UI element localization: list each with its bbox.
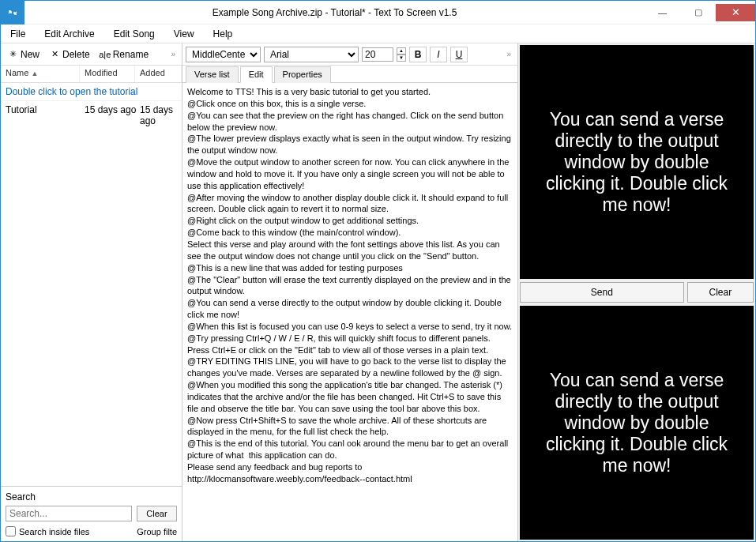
output-pane[interactable]: You can send a verse directly to the out… xyxy=(520,306,754,540)
tab-properties[interactable]: Properties xyxy=(274,66,331,83)
italic-button[interactable]: I xyxy=(430,47,447,62)
right-panel: You can send a verse directly to the out… xyxy=(518,43,755,541)
maximize-button[interactable]: ▢ xyxy=(680,4,716,21)
font-select[interactable]: Arial xyxy=(264,47,359,62)
editor-textarea[interactable] xyxy=(182,83,517,541)
delete-icon: ✕ xyxy=(49,49,60,60)
list-item[interactable]: Tutorial 15 days ago 15 days ago xyxy=(1,101,182,130)
size-up-icon[interactable]: ▲ xyxy=(397,47,406,55)
middle-panel: MiddleCenter Arial ▲▼ B I U » Verse list… xyxy=(182,43,518,541)
search-label: Search xyxy=(6,491,177,502)
delete-button[interactable]: ✕Delete xyxy=(46,47,93,62)
rename-icon: a|e xyxy=(100,49,111,60)
clear-button[interactable]: Clear xyxy=(687,282,754,303)
search-panel: Search Clear Search inside files Group f… xyxy=(1,486,182,541)
search-inside-files-checkbox[interactable]: Search inside files xyxy=(6,526,89,536)
menu-view[interactable]: View xyxy=(171,27,197,41)
header-added[interactable]: Added xyxy=(135,66,182,82)
send-button[interactable]: Send xyxy=(520,282,684,303)
search-clear-button[interactable]: Clear xyxy=(137,506,177,521)
editor-tabs: Verse list Edit Properties xyxy=(182,66,517,83)
rename-button[interactable]: a|eRename xyxy=(96,47,152,62)
left-panel: ✳New ✕Delete a|eRename » Name ▲ Modified… xyxy=(1,43,182,541)
menu-help[interactable]: Help xyxy=(210,27,236,41)
cell-modified: 15 days ago xyxy=(85,104,140,126)
search-input[interactable] xyxy=(6,506,132,521)
song-list[interactable]: Double click to open the tutorial Tutori… xyxy=(1,83,182,486)
list-header: Name ▲ Modified Added xyxy=(1,66,182,83)
tab-edit[interactable]: Edit xyxy=(240,66,273,83)
format-toolbar: MiddleCenter Arial ▲▼ B I U » xyxy=(182,43,517,66)
group-filter-link[interactable]: Group filte xyxy=(137,527,177,536)
sort-asc-icon: ▲ xyxy=(31,70,38,77)
bold-button[interactable]: B xyxy=(409,47,427,62)
menu-edit-archive[interactable]: Edit Archive xyxy=(41,27,97,41)
close-button[interactable]: ✕ xyxy=(716,4,755,21)
font-size-input[interactable] xyxy=(362,47,393,62)
alignment-select[interactable]: MiddleCenter xyxy=(186,47,261,62)
preview-pane[interactable]: You can send a verse directly to the out… xyxy=(520,45,754,279)
window-title: Example Song Archive.zip - Tutorial* - T… xyxy=(24,7,645,18)
underline-button[interactable]: U xyxy=(450,47,468,62)
toolbar-overflow-icon[interactable]: » xyxy=(167,50,179,58)
header-name[interactable]: Name ▲ xyxy=(1,66,80,82)
tab-verse-list[interactable]: Verse list xyxy=(186,66,239,83)
cell-added: 15 days ago xyxy=(140,104,177,126)
format-overflow-icon[interactable]: » xyxy=(503,50,514,58)
size-down-icon[interactable]: ▼ xyxy=(397,55,406,62)
menu-file[interactable]: File xyxy=(7,27,28,41)
app-icon xyxy=(1,1,24,24)
header-modified[interactable]: Modified xyxy=(80,66,135,82)
new-button[interactable]: ✳New xyxy=(4,47,43,62)
minimize-button[interactable]: — xyxy=(645,4,680,21)
title-bar: Example Song Archive.zip - Tutorial* - T… xyxy=(1,1,755,24)
menu-bar: File Edit Archive Edit Song View Help xyxy=(1,24,755,43)
archive-toolbar: ✳New ✕Delete a|eRename » xyxy=(1,43,182,66)
new-icon: ✳ xyxy=(7,49,18,60)
menu-edit-song[interactable]: Edit Song xyxy=(111,27,158,41)
tutorial-hint-row[interactable]: Double click to open the tutorial xyxy=(1,83,182,101)
cell-name: Tutorial xyxy=(6,104,85,126)
